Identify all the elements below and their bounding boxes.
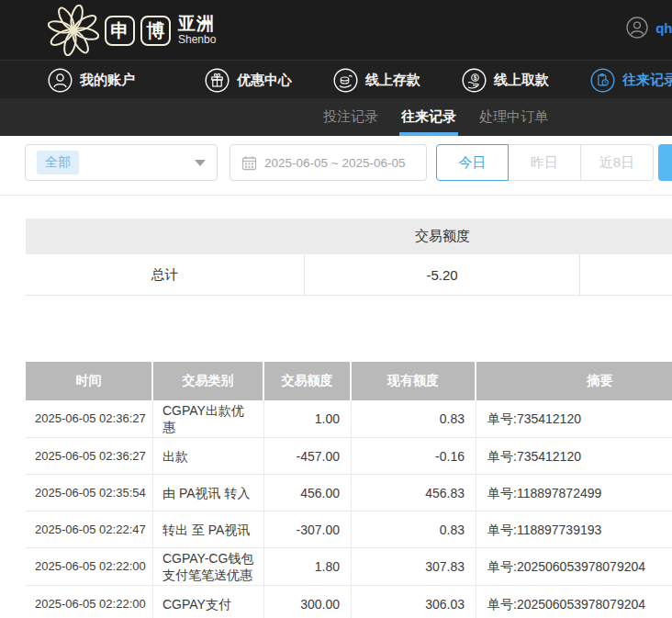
cell-time: 2025-06-05 02:22:00 bbox=[26, 586, 153, 618]
deposit-coins-icon bbox=[333, 68, 358, 93]
date-range-value: 2025-06-05 ~ 2025-06-05 bbox=[264, 156, 406, 170]
records-header-row: 时间 交易类别 交易额度 现有额度 摘要 bbox=[26, 362, 672, 400]
caret-down-icon bbox=[195, 160, 206, 166]
summary-header-empty bbox=[580, 219, 672, 254]
cell-amount: -457.00 bbox=[264, 438, 352, 474]
cell-amount: 1.00 bbox=[264, 400, 352, 437]
nav-label: 优惠中心 bbox=[237, 72, 292, 89]
cell-balance: 307.83 bbox=[352, 548, 476, 585]
cell-balance: 306.03 bbox=[352, 586, 476, 618]
summary-table: 交易额度 总计 -5.20 bbox=[26, 219, 672, 296]
withdraw-coin-icon: $ bbox=[462, 68, 487, 93]
username: qhhv bbox=[655, 20, 672, 36]
nav-label: 线上取款 bbox=[494, 72, 549, 89]
cell-time: 2025-06-05 02:35:54 bbox=[26, 475, 153, 511]
records-clipboard-icon bbox=[590, 68, 615, 93]
cell-amount: 1.80 bbox=[264, 548, 352, 585]
cell-balance: 0.83 bbox=[352, 511, 476, 547]
cell-type: 转出 至 PA视讯 bbox=[153, 511, 264, 547]
logo-region: 亚洲 bbox=[178, 15, 216, 34]
tab-betting-records[interactable]: 投注记录 bbox=[323, 98, 378, 136]
summary-header-empty bbox=[26, 219, 305, 254]
column-header-type: 交易类别 bbox=[153, 362, 264, 400]
nav-label: 线上存款 bbox=[365, 72, 420, 89]
nav-item-withdraw[interactable]: $ 线上取款 bbox=[462, 61, 549, 99]
cell-type: 由 PA视讯 转入 bbox=[153, 475, 264, 511]
column-header-balance: 现有额度 bbox=[352, 362, 476, 400]
column-header-summary: 摘要 bbox=[476, 362, 672, 400]
tab-transaction-records[interactable]: 往来记录 bbox=[401, 98, 456, 136]
nav-item-my-account[interactable]: 我的账户 bbox=[48, 61, 135, 99]
table-row: 2025-06-05 02:36:27 出款 -457.00 -0.16 单号:… bbox=[26, 438, 672, 475]
cell-amount: 456.00 bbox=[264, 475, 352, 511]
cell-balance: -0.16 bbox=[352, 438, 476, 474]
logo-char-bo: 博 bbox=[140, 16, 171, 46]
topbar: 申 博 亚洲 Shenbo qhhv bbox=[0, 0, 672, 60]
main-nav: 我的账户 优惠中心 线上存款 bbox=[0, 60, 672, 98]
table-row: 2025-06-05 02:35:54 由 PA视讯 转入 456.00 456… bbox=[26, 475, 672, 511]
summary-header-row: 交易额度 bbox=[26, 219, 672, 254]
nav-label: 我的账户 bbox=[80, 72, 135, 89]
cell-balance: 456.83 bbox=[352, 475, 476, 511]
date-range-input[interactable]: 2025-06-05 ~ 2025-06-05 bbox=[230, 144, 427, 181]
cell-summary: 单号:735412120 bbox=[476, 400, 672, 437]
user-icon bbox=[626, 17, 648, 39]
table-row: 2025-06-05 02:22:00 CGPAY-CG钱包支付笔笔送优惠 1.… bbox=[26, 548, 672, 586]
cell-balance: 0.83 bbox=[352, 400, 476, 437]
records-table: 时间 交易类别 交易额度 现有额度 摘要 2025-06-05 02:36:27… bbox=[26, 362, 672, 618]
summary-total-value: -5.20 bbox=[305, 254, 580, 295]
calendar-icon bbox=[241, 155, 257, 171]
quick-date-buttons: 今日 昨日 近8日 bbox=[436, 144, 654, 181]
user-circle-icon bbox=[48, 68, 73, 93]
summary-header-amount: 交易额度 bbox=[305, 219, 580, 254]
cell-amount: 300.00 bbox=[264, 586, 352, 618]
column-header-amount: 交易额度 bbox=[264, 362, 352, 400]
svg-text:$: $ bbox=[474, 74, 477, 82]
summary-total-label: 总计 bbox=[26, 254, 305, 295]
cell-summary: 单号:202506053978079204 bbox=[476, 586, 672, 618]
cell-type: CGPAY出款优惠 bbox=[153, 400, 264, 437]
summary-total-row: 总计 -5.20 bbox=[26, 254, 672, 296]
flower-icon bbox=[48, 5, 99, 56]
cell-amount: -307.00 bbox=[264, 511, 352, 547]
cell-summary: 单号:202506053978079204 bbox=[476, 548, 672, 585]
cell-type: CGPAY支付 bbox=[153, 586, 264, 618]
cell-summary: 单号:735412120 bbox=[476, 438, 672, 474]
column-header-time: 时间 bbox=[26, 362, 153, 400]
tab-label: 处理中订单 bbox=[479, 108, 548, 126]
table-row: 2025-06-05 02:36:27 CGPAY出款优惠 1.00 0.83 … bbox=[26, 400, 672, 438]
brand-logo[interactable]: 申 博 亚洲 Shenbo bbox=[48, 5, 216, 56]
logo-brand-name: Shenbo bbox=[178, 34, 216, 46]
table-row: 2025-06-05 02:22:47 转出 至 PA视讯 -307.00 0.… bbox=[26, 511, 672, 548]
cell-type: CGPAY-CG钱包支付笔笔送优惠 bbox=[153, 548, 264, 585]
cell-time: 2025-06-05 02:36:27 bbox=[26, 400, 153, 437]
type-select[interactable]: 全部 bbox=[25, 144, 218, 181]
summary-empty-cell bbox=[580, 254, 672, 295]
nav-item-transaction-records[interactable]: 往来记录 bbox=[590, 61, 672, 99]
tab-processing-orders[interactable]: 处理中订单 bbox=[479, 98, 548, 136]
cell-time: 2025-06-05 02:22:47 bbox=[26, 511, 153, 547]
cell-summary: 单号:118897872499 bbox=[476, 475, 672, 511]
search-button[interactable] bbox=[658, 144, 672, 181]
cell-summary: 单号:118897739193 bbox=[476, 511, 672, 547]
table-row: 2025-06-05 02:22:00 CGPAY支付 300.00 306.0… bbox=[26, 586, 672, 618]
nav-label: 往来记录 bbox=[622, 72, 672, 89]
user-account[interactable]: qhhv bbox=[626, 17, 672, 39]
tab-label: 往来记录 bbox=[401, 108, 456, 126]
tab-label: 投注记录 bbox=[323, 108, 378, 126]
cell-time: 2025-06-05 02:36:27 bbox=[26, 438, 153, 474]
section-divider bbox=[0, 195, 672, 196]
page: 申 博 亚洲 Shenbo qhhv 我的账户 bbox=[0, 0, 672, 618]
gift-icon bbox=[205, 68, 230, 93]
today-button[interactable]: 今日 bbox=[436, 144, 509, 181]
yesterday-button[interactable]: 昨日 bbox=[509, 144, 581, 181]
selected-type-tag: 全部 bbox=[37, 151, 79, 174]
nav-item-promotions[interactable]: 优惠中心 bbox=[205, 61, 292, 99]
cell-type: 出款 bbox=[153, 438, 264, 474]
last-8-days-button[interactable]: 近8日 bbox=[581, 144, 654, 181]
nav-item-deposit[interactable]: 线上存款 bbox=[333, 61, 420, 99]
logo-char-shen: 申 bbox=[105, 16, 135, 46]
sub-nav: 投注记录 往来记录 处理中订单 bbox=[0, 98, 672, 136]
cell-time: 2025-06-05 02:22:00 bbox=[26, 548, 153, 585]
